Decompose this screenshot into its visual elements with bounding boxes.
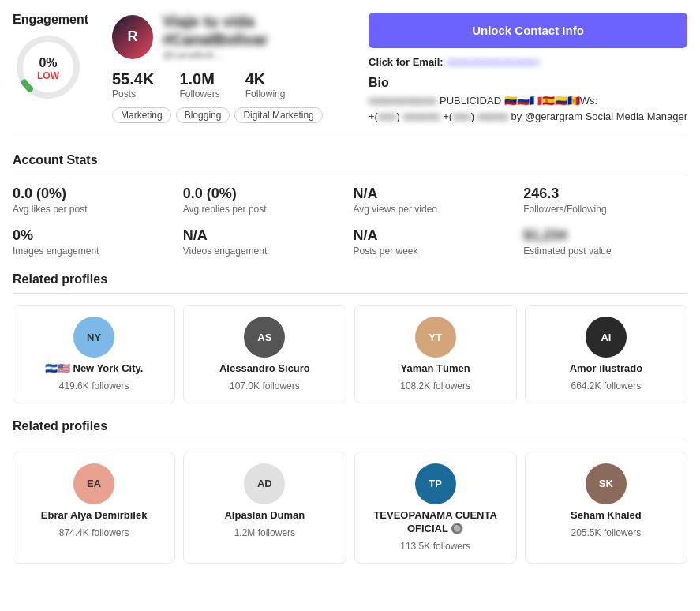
profile-card[interactable]: AI Amor ilustrado 664.2K followers bbox=[525, 305, 687, 403]
related-profiles-2-title: Related profiles bbox=[13, 419, 687, 440]
bio-phones: +(●●●) ●●●●●● +(●●●) ●●●●● by @gerargram… bbox=[369, 111, 687, 122]
profile-card-name: Alessandro Sicuro bbox=[219, 362, 310, 376]
profile-card-name: 🇸🇻🇺🇸 New York City. bbox=[45, 362, 143, 376]
profile-name: Viaje tu vida #CanalBolivar bbox=[163, 13, 350, 49]
profile-card-avatar: TP bbox=[415, 463, 456, 504]
profile-card-name: Yaman Tümen bbox=[401, 362, 470, 376]
following-value: 4K bbox=[245, 70, 286, 88]
profile-card-name: Seham Khaled bbox=[571, 509, 642, 523]
stat-avg-replies: 0.0 (0%) Avg replies per post bbox=[183, 186, 347, 215]
stat-avg-likes-label: Avg likes per post bbox=[13, 204, 177, 215]
profile-card-avatar: AI bbox=[586, 317, 627, 358]
email-value: ●●●●●●●●●●●●●●● bbox=[446, 56, 539, 68]
stat-estimated-label: Estimated post value bbox=[523, 246, 687, 257]
profile-card-avatar: NY bbox=[73, 317, 114, 358]
stat-avg-likes-value: 0.0 (0%) bbox=[13, 186, 177, 202]
related-profiles-1-title: Related profiles bbox=[13, 272, 687, 294]
bio-publicidad: PUBLICIDAD 🇻🇪🇷🇺🇫🇷🇪🇸🇨🇴🇦🇩Ws: bbox=[440, 95, 597, 107]
stat-avg-replies-label: Avg replies per post bbox=[183, 204, 347, 215]
email-row: Click for Email: ●●●●●●●●●●●●●●● bbox=[369, 56, 687, 68]
tag-marketing[interactable]: Marketing bbox=[112, 107, 171, 123]
profile-card-avatar: EA bbox=[73, 463, 114, 504]
profile-card[interactable]: EA Ebrar Alya Demirbilek 874.4K follower… bbox=[13, 452, 175, 564]
stat-videos-engagement-label: Videos engagement bbox=[183, 246, 347, 257]
stat-followers-following: 246.3 Followers/Following bbox=[523, 186, 687, 215]
stat-posts-per-week-label: Posts per week bbox=[354, 246, 518, 257]
profile-card-followers: 113.5K followers bbox=[400, 541, 470, 552]
profiles-grid-2: EA Ebrar Alya Demirbilek 874.4K follower… bbox=[13, 452, 687, 564]
bio-prefix-blurred: ●●●●●●●●●●● bbox=[369, 95, 436, 107]
profile-card-followers: 108.2K followers bbox=[400, 380, 470, 392]
profile-card-followers: 107.0K followers bbox=[230, 380, 300, 392]
followers-label: Followers bbox=[179, 88, 219, 99]
email-label: Click for Email: bbox=[369, 56, 444, 68]
profile-card-name: TEVEOPANAMA CUENTA OFICIAL 🔘 bbox=[366, 509, 505, 536]
following-label: Following bbox=[245, 88, 286, 99]
stat-posts-per-week: N/A Posts per week bbox=[354, 227, 518, 257]
profile-card[interactable]: SK Seham Khaled 205.5K followers bbox=[525, 452, 687, 564]
engagement-gauge: 0% LOW bbox=[13, 32, 84, 103]
stat-estimated-value: $1,234 bbox=[523, 227, 687, 244]
tag-blogging[interactable]: Blogging bbox=[176, 107, 230, 123]
profile-card[interactable]: AD Alpaslan Duman 1.2M followers bbox=[183, 452, 346, 564]
stat-avg-likes: 0.0 (0%) Avg likes per post bbox=[13, 186, 177, 215]
profile-card-avatar: AD bbox=[244, 463, 285, 504]
profile-card-avatar: YT bbox=[415, 317, 456, 358]
stat-avg-views-label: Avg views per video bbox=[354, 204, 518, 215]
profile-stats: 55.4K Posts 1.0M Followers 4K Following bbox=[112, 70, 350, 99]
stat-videos-engagement: N/A Videos engagement bbox=[183, 227, 347, 257]
stat-videos-engagement-value: N/A bbox=[183, 227, 347, 244]
stat-images-engagement-label: Images engagement bbox=[13, 246, 177, 257]
posts-value: 55.4K bbox=[112, 70, 154, 88]
profile-card-avatar: SK bbox=[586, 463, 627, 504]
bio-section: Bio ●●●●●●●●●●● PUBLICIDAD 🇻🇪🇷🇺🇫🇷🇪🇸🇨🇴🇦🇩W… bbox=[369, 76, 687, 124]
profile-card[interactable]: YT Yaman Tümen 108.2K followers bbox=[354, 305, 517, 403]
gauge-percent: 0% bbox=[37, 56, 59, 70]
followers-value: 1.0M bbox=[179, 70, 219, 88]
account-stats-section: Account Stats 0.0 (0%) Avg likes per pos… bbox=[13, 153, 687, 257]
profiles-grid-1: NY 🇸🇻🇺🇸 New York City. 419.6K followers … bbox=[13, 305, 687, 403]
profile-handle: @canalboli... bbox=[163, 49, 350, 61]
related-profiles-2-section: Related profiles EA Ebrar Alya Demirbile… bbox=[13, 419, 687, 564]
profile-card-name: Ebrar Alya Demirbilek bbox=[41, 509, 148, 523]
stat-posts-per-week-value: N/A bbox=[354, 227, 518, 244]
profile-card-followers: 419.6K followers bbox=[59, 380, 129, 392]
stat-avg-replies-value: 0.0 (0%) bbox=[183, 186, 347, 202]
tag-digital-marketing[interactable]: Digital Marketing bbox=[234, 107, 322, 123]
stats-grid: 0.0 (0%) Avg likes per post 0.0 (0%) Avg… bbox=[13, 186, 687, 257]
unlock-contact-button[interactable]: Unlock Contact Info bbox=[369, 13, 687, 48]
account-stats-title: Account Stats bbox=[13, 153, 687, 174]
stat-avg-views: N/A Avg views per video bbox=[354, 186, 518, 215]
profile-card-avatar: AS bbox=[244, 317, 285, 358]
gauge-label: LOW bbox=[37, 70, 59, 81]
profile-card[interactable]: AS Alessandro Sicuro 107.0K followers bbox=[183, 305, 346, 403]
bio-title: Bio bbox=[369, 76, 687, 90]
stat-estimated-post-value: $1,234 Estimated post value bbox=[523, 227, 687, 257]
profile-card[interactable]: NY 🇸🇻🇺🇸 New York City. 419.6K followers bbox=[13, 305, 175, 403]
engagement-title: Engagement bbox=[13, 13, 99, 27]
stat-avg-views-value: N/A bbox=[354, 186, 518, 202]
related-profiles-1-section: Related profiles NY 🇸🇻🇺🇸 New York City. … bbox=[13, 272, 687, 403]
tags-row: Marketing Blogging Digital Marketing bbox=[112, 107, 350, 123]
stat-images-engagement: 0% Images engagement bbox=[13, 227, 177, 257]
stat-followers-following-value: 246.3 bbox=[523, 186, 687, 202]
stat-images-engagement-value: 0% bbox=[13, 227, 177, 244]
right-panel: Unlock Contact Info Click for Email: ●●●… bbox=[369, 13, 687, 124]
profile-card-name: Alpaslan Duman bbox=[224, 509, 305, 523]
posts-label: Posts bbox=[112, 88, 154, 99]
bio-text: ●●●●●●●●●●● PUBLICIDAD 🇻🇪🇷🇺🇫🇷🇪🇸🇨🇴🇦🇩Ws: +… bbox=[369, 93, 687, 124]
profile-card-followers: 1.2M followers bbox=[234, 527, 295, 538]
profile-card[interactable]: TP TEVEOPANAMA CUENTA OFICIAL 🔘 113.5K f… bbox=[354, 452, 517, 564]
profile-card-followers: 664.2K followers bbox=[571, 380, 642, 392]
profile-card-followers: 205.5K followers bbox=[571, 527, 642, 538]
profile-card-followers: 874.4K followers bbox=[59, 527, 129, 538]
profile-card-name: Amor ilustrado bbox=[570, 362, 642, 376]
stat-followers-following-label: Followers/Following bbox=[523, 204, 687, 215]
avatar: R bbox=[112, 15, 153, 59]
